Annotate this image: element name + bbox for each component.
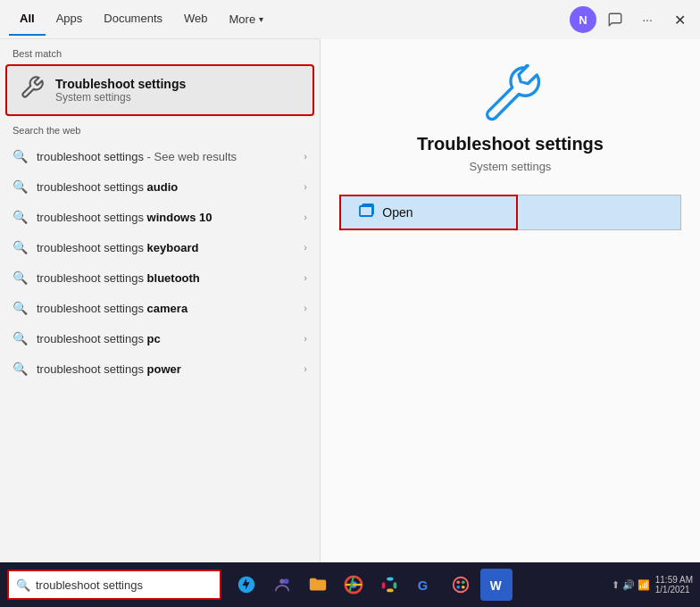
chevron-right-icon: › [304, 242, 307, 253]
search-icon: 🔍 [12, 331, 28, 345]
svg-rect-8 [387, 578, 393, 581]
list-item[interactable]: 🔍 troubleshoot settings - See web result… [0, 141, 320, 171]
tab-all[interactable]: All [9, 3, 46, 36]
search-icon: 🔍 [12, 240, 28, 254]
list-item[interactable]: 🔍 troubleshoot settings keyboard › [0, 232, 320, 262]
svg-point-15 [456, 586, 460, 589]
chevron-right-icon: › [304, 151, 307, 162]
search-item-text: troubleshoot settings camera [37, 302, 295, 315]
svg-rect-10 [387, 589, 393, 593]
taskbar-slack-icon[interactable] [373, 569, 405, 601]
search-panel: All Apps Documents Web More ▾ Best match… [0, 0, 320, 562]
taskbar-edge-icon[interactable] [230, 569, 262, 601]
list-item[interactable]: 🔍 troubleshoot settings pc › [0, 323, 320, 353]
taskbar-right: ⬆ 🔊 📶 11:59 AM1/1/2021 [612, 575, 700, 595]
search-icon: 🔍 [12, 149, 28, 163]
search-icon: 🔍 [12, 301, 28, 315]
right-panel-title: Troubleshoot settings [417, 134, 604, 154]
taskbar: 🔍 troubleshoot settings G [0, 562, 700, 607]
right-panel: Troubleshoot settings System settings Op… [320, 0, 700, 562]
taskbar-teams-icon[interactable] [266, 569, 298, 601]
search-icon: 🔍 [12, 179, 28, 194]
search-item-text: troubleshoot settings windows 10 [37, 211, 295, 224]
taskbar-search-text: troubleshoot settings [36, 578, 143, 592]
best-match-title: Troubleshoot settings [55, 77, 186, 91]
list-item[interactable]: 🔍 troubleshoot settings camera › [0, 293, 320, 323]
wrench-small-icon [20, 75, 45, 105]
svg-point-14 [462, 580, 465, 584]
taskbar-paint-icon[interactable] [445, 569, 477, 601]
search-item-text: troubleshoot settings power [37, 362, 295, 376]
taskbar-search-bar[interactable]: 🔍 troubleshoot settings [7, 570, 221, 600]
best-match-text: Troubleshoot settings System settings [55, 77, 186, 104]
open-button-ext [518, 195, 681, 230]
search-icon: 🔍 [12, 210, 28, 224]
web-section-label: Search the web [0, 116, 320, 141]
list-item[interactable]: 🔍 troubleshoot settings bluetooth › [0, 262, 320, 293]
close-icon[interactable]: ✕ [666, 6, 693, 33]
taskbar-folder-icon[interactable] [302, 569, 334, 601]
chevron-right-icon: › [304, 272, 307, 283]
open-icon [359, 204, 375, 221]
search-item-text: troubleshoot settings pc [37, 332, 295, 345]
tab-documents[interactable]: Documents [93, 3, 173, 36]
taskbar-word-icon[interactable]: W [480, 569, 512, 601]
best-match-subtitle: System settings [55, 91, 186, 104]
tab-apps[interactable]: Apps [46, 3, 94, 36]
search-icon: 🔍 [12, 270, 28, 285]
chevron-right-icon: › [304, 303, 307, 313]
taskbar-google-icon[interactable]: G [409, 569, 441, 601]
best-match-label: Best match [0, 39, 320, 64]
best-match-item[interactable]: Troubleshoot settings System settings [5, 64, 314, 116]
search-icon: 🔍 [12, 362, 28, 376]
search-item-text: troubleshoot settings keyboard [37, 241, 295, 254]
tab-more[interactable]: More ▾ [219, 4, 275, 35]
svg-rect-2 [284, 579, 289, 585]
wrench-large-icon [471, 54, 551, 134]
open-button-label: Open [382, 205, 412, 220]
svg-point-16 [462, 586, 465, 589]
chevron-right-icon: › [304, 181, 307, 192]
feedback-icon[interactable] [602, 6, 629, 33]
svg-text:G: G [418, 578, 428, 593]
header-icons: N ··· ✕ [320, 0, 700, 39]
taskbar-search-icon: 🔍 [16, 578, 30, 592]
taskbar-chrome-icon[interactable] [338, 569, 370, 601]
svg-rect-0 [360, 206, 372, 216]
right-panel-subtitle: System settings [470, 160, 552, 173]
search-item-text: troubleshoot settings bluetooth [37, 271, 295, 285]
svg-rect-9 [394, 582, 397, 588]
svg-point-12 [454, 578, 469, 593]
search-item-text: troubleshoot settings audio [37, 180, 295, 194]
chevron-right-icon: › [304, 333, 307, 344]
svg-point-13 [456, 580, 460, 584]
search-item-text: troubleshoot settings - See web results [37, 150, 295, 163]
list-item[interactable]: 🔍 troubleshoot settings windows 10 › [0, 202, 320, 232]
avatar[interactable]: N [570, 6, 596, 33]
chevron-right-icon: › [304, 212, 307, 222]
list-item[interactable]: 🔍 troubleshoot settings audio › [0, 171, 320, 202]
chevron-down-icon: ▾ [259, 14, 263, 24]
tabs-bar: All Apps Documents Web More ▾ [0, 0, 320, 39]
tab-web[interactable]: Web [173, 3, 219, 36]
open-button[interactable]: Open [339, 195, 518, 230]
taskbar-app-icons: G W [230, 569, 512, 601]
svg-text:W: W [490, 579, 502, 593]
open-button-row: Open [339, 195, 681, 230]
more-icon[interactable]: ··· [634, 6, 661, 33]
chevron-right-icon: › [304, 363, 307, 374]
web-items-list: 🔍 troubleshoot settings - See web result… [0, 141, 320, 562]
svg-rect-7 [382, 582, 386, 588]
list-item[interactable]: 🔍 troubleshoot settings power › [0, 353, 320, 384]
